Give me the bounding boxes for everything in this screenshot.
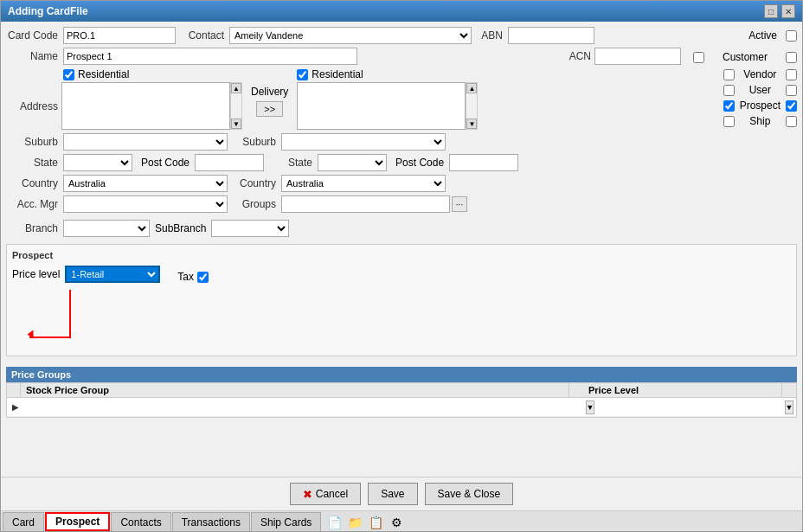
td-stock [21, 406, 583, 409]
copy-to-delivery-button[interactable]: >> [256, 101, 283, 117]
title-bar: Adding CardFile □ ✕ [1, 1, 802, 22]
accmgr-label: Acc. Mgr [6, 198, 58, 210]
left-address-col: Residential Address ▲ ▼ [6, 68, 242, 130]
td-price [597, 406, 782, 409]
accmgr-select[interactable] [63, 195, 228, 213]
active-checkbox[interactable] [786, 30, 797, 42]
table-row: ▶ ▼ ▼ [7, 398, 796, 417]
price-level-row: Price level 1-Retail 2-Wholesale [12, 266, 160, 283]
user-right-checkbox[interactable] [786, 85, 797, 96]
subbranch-select[interactable] [211, 220, 289, 237]
postcode-left-input[interactable] [195, 154, 264, 171]
name-label: Name [6, 50, 58, 62]
close-button[interactable]: ✕ [781, 4, 795, 18]
tax-row: Tax [177, 271, 209, 283]
tab-prospect[interactable]: Prospect [45, 512, 110, 531]
state-right-select[interactable] [318, 154, 387, 171]
suburb-left-select[interactable] [63, 133, 228, 151]
ship-right-checkbox[interactable] [786, 116, 797, 127]
country-row: Country Australia Country Australia [6, 175, 797, 192]
postcode-left-label: Post Code [141, 157, 190, 169]
user-label: User [749, 84, 771, 96]
residential-label: Residential [78, 68, 129, 80]
tab-icon-3[interactable]: 📋 [367, 514, 384, 531]
main-window: Adding CardFile □ ✕ Card Code Contact Am… [0, 0, 803, 532]
tab-contacts-label: Contacts [120, 516, 161, 529]
prospect-right-checkbox[interactable] [786, 100, 797, 112]
td-stock-dropdown[interactable]: ▼ [583, 399, 597, 416]
address-textarea[interactable] [61, 82, 230, 130]
suburb-right-select[interactable] [281, 133, 446, 151]
vendor-label: Vendor [743, 68, 776, 80]
state-row: State Post Code State Post Code [6, 154, 797, 171]
residential-right-label: Residential [312, 68, 363, 80]
address-with-scroll: ▲ ▼ [61, 82, 242, 130]
tab-ship-cards[interactable]: Ship Cards [251, 512, 321, 531]
th-price-dropdown [782, 383, 796, 397]
save-label: Save [381, 488, 404, 500]
country-left-select[interactable]: Australia [63, 175, 228, 192]
scroll-down-right[interactable]: ▼ [466, 119, 477, 129]
prospect-checkbox[interactable] [723, 100, 735, 112]
residential-right-checkbox[interactable] [297, 69, 308, 80]
tab-icon-1[interactable]: 📄 [325, 514, 343, 531]
state-left-select[interactable] [63, 154, 132, 171]
user-checkbox[interactable] [723, 85, 735, 96]
residential-header-right: Residential [297, 68, 478, 80]
suburb-row: Suburb Suburb [6, 133, 797, 151]
save-close-label: Save & Close [438, 488, 501, 500]
customer-right-checkbox[interactable] [786, 52, 797, 63]
vendor-right-checkbox[interactable] [786, 69, 797, 80]
groups-input[interactable] [281, 195, 450, 213]
tab-icon-4[interactable]: ⚙ [388, 514, 405, 531]
window-title: Adding CardFile [8, 5, 88, 17]
name-input[interactable] [63, 48, 357, 65]
branch-section: Branch SubBranch [6, 220, 797, 237]
cancel-button[interactable]: ✖ Cancel [290, 483, 361, 505]
address-row: Address ▲ ▼ [6, 82, 242, 130]
ship-checkbox[interactable] [723, 116, 735, 127]
active-label: Active [748, 29, 777, 42]
contact-select[interactable]: Ameily Vandene [229, 27, 472, 44]
suburb-left-label: Suburb [6, 136, 58, 148]
postcode-right-input[interactable] [449, 154, 518, 171]
country-right-select[interactable]: Australia [281, 175, 446, 192]
card-code-input[interactable] [63, 27, 176, 44]
stock-dropdown-btn[interactable]: ▼ [586, 401, 595, 414]
prospect-section-title: Prospect [12, 250, 791, 260]
td-price-dropdown[interactable]: ▼ [782, 399, 796, 416]
save-button[interactable]: Save [368, 483, 417, 505]
groups-browse-button[interactable]: ··· [452, 196, 467, 212]
acn-label: ACN [565, 50, 591, 62]
residential-checkbox[interactable] [63, 69, 74, 80]
arrow-vertical [69, 290, 71, 337]
prospect-row: Prospect [723, 99, 797, 112]
delivery-address-with-scroll: ▲ ▼ [297, 82, 478, 130]
delivery-label: Delivery [251, 86, 288, 98]
accmgr-groups-row: Acc. Mgr Groups ··· [6, 195, 797, 213]
restore-button[interactable]: □ [764, 4, 778, 18]
tab-icon-2[interactable]: 📁 [346, 514, 363, 531]
customer-checkbox[interactable] [693, 52, 704, 63]
vendor-checkbox[interactable] [723, 69, 735, 80]
price-level-select[interactable]: 1-Retail 2-Wholesale [65, 266, 160, 283]
delivery-textarea[interactable] [297, 82, 466, 130]
tax-checkbox[interactable] [197, 272, 209, 283]
scroll-down[interactable]: ▼ [231, 119, 241, 129]
acn-input[interactable] [594, 48, 681, 65]
vendor-row: Vendor [723, 68, 797, 80]
price-dropdown-btn[interactable]: ▼ [785, 401, 794, 414]
tab-transactions[interactable]: Transactions [172, 512, 250, 531]
groups-field: ··· [281, 195, 467, 213]
country-right-label: Country [233, 177, 276, 189]
save-close-button[interactable]: Save & Close [425, 483, 514, 505]
branch-select[interactable] [63, 220, 150, 237]
state-right-label: State [269, 157, 312, 169]
tab-contacts[interactable]: Contacts [111, 512, 170, 531]
tab-card[interactable]: Card [3, 512, 44, 531]
abn-input[interactable] [508, 27, 594, 44]
td-row-arrow: ▶ [7, 401, 21, 413]
scroll-up-right[interactable]: ▲ [466, 83, 477, 93]
delivery-middle: Delivery >> [247, 68, 292, 117]
scroll-up[interactable]: ▲ [231, 83, 241, 93]
